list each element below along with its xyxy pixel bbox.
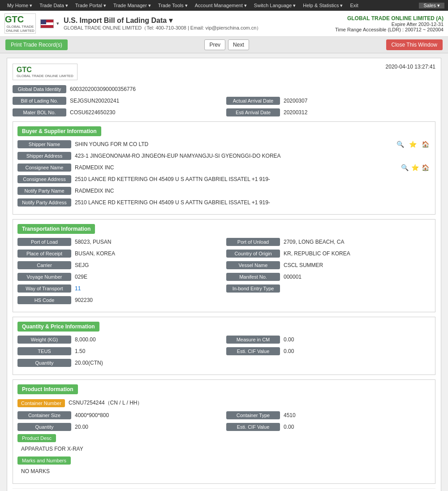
port-of-load-field: Port of Load 58023, PUSAN (17, 237, 222, 246)
container-size-field: Container Size 4000*900*800 (17, 411, 222, 420)
shipper-search-icon[interactable]: 🔍 (395, 141, 405, 148)
product-header: Product Information (17, 384, 78, 394)
esti-cif-value: 0.00 (280, 347, 431, 356)
record-date: 2020-04-10 13:27:41 (386, 64, 435, 70)
product-section: Product Information Container Number CSN… (13, 379, 435, 484)
product-quantity-field: Quantity 20.00 (17, 422, 222, 431)
nav-trade-manager[interactable]: Trade Manager ▾ (110, 3, 155, 9)
master-bol-field: Mater BOL No. COSU6224650230 (13, 108, 222, 117)
receipt-origin-row: Place of Receipt BUSAN, KOREA Country of… (17, 249, 431, 258)
product-cif-field: Esti. CIF Value 0.00 (226, 422, 431, 431)
carrier-field: Carrier SEJG (17, 261, 222, 270)
quantity-price-section: Quantity & Price Information Weight (KG)… (13, 317, 435, 375)
shipper-star-icon[interactable]: ⭐ (408, 141, 418, 148)
quantity-price-header: Quantity & Price Information (17, 322, 99, 332)
voyage-manifest-row: Voyage Number 029E Manifest No. 000001 (17, 272, 431, 281)
nav-trade-data[interactable]: Trade Data ▾ (36, 3, 72, 9)
shipper-address-row: Shipper Address 423-1 JINGEONONAM-RO JIN… (17, 151, 431, 160)
consignee-address-row: Consignee Address 2510 LANCE RD KETTERIN… (17, 175, 431, 184)
port-of-unload-value: 2709, LONG BEACH, CA (280, 237, 431, 246)
weight-field: Weight (KG) 8,000.00 (17, 335, 222, 344)
product-cif-value: 0.00 (280, 422, 431, 431)
prev-button[interactable]: Prev (204, 39, 225, 50)
transport-inbond-row: Way of Transport 11 In-bond Entry Type (17, 284, 431, 293)
header-title-block: U.S. Import Bill of Lading Data ▾ GLOBAL… (64, 16, 261, 31)
transportation-header: Transportation Information (17, 224, 95, 234)
marks-numbers-value: NO MARKS (17, 466, 431, 476)
shipper-name-value: SHIN YOUNG FOR M CO LTD (71, 140, 393, 149)
carrier-vessel-row: Carrier SEJG Vessel Name CSCL SUMMER (17, 261, 431, 270)
global-data-identity-row: Global Data Identity 6003202003090000356… (13, 85, 435, 94)
close-window-button[interactable]: Close This Window (386, 39, 443, 50)
nav-sales[interactable]: Sales ▾ (419, 3, 444, 9)
product-desc-section: Product Desc APPARATUS FOR X-RAY (17, 434, 431, 454)
notify-party-name-label: Notify Party Name (17, 187, 71, 195)
bol-label: Bill of Lading No. (13, 97, 66, 105)
product-desc-label: Product Desc (17, 434, 56, 442)
nav-exit[interactable]: Exit (346, 3, 362, 9)
marks-numbers-section: Marks and Numbers NO MARKS (17, 457, 431, 476)
voyage-number-label: Voyage Number (17, 273, 71, 281)
in-bond-entry-label: In-bond Entry Type (226, 284, 280, 293)
company-info: GLOBAL TRADE ONLINE LIMITED（Tel: 400-710… (64, 25, 261, 31)
teus-label: TEUS (17, 347, 71, 355)
carrier-label: Carrier (17, 261, 71, 269)
consignee-name-value: RADMEDIX INC (71, 163, 400, 172)
measure-in-cm-label: Measure in CM (226, 336, 280, 344)
place-of-receipt-value: BUSAN, KOREA (71, 249, 222, 258)
manifest-no-value: 000001 (280, 272, 431, 281)
nav-trade-tools[interactable]: Trade Tools ▾ (155, 3, 191, 9)
voyage-number-value: 029E (71, 272, 222, 281)
in-bond-entry-value (280, 287, 431, 290)
consignee-name-row: Consignee Name RADMEDIX INC 🔍 ⭐ 🏠 (17, 163, 431, 172)
global-data-identity-label: Global Data Identity (13, 85, 66, 93)
hs-code-value: 902230 (71, 296, 431, 305)
nav-switch-language[interactable]: Switch Language ▾ (250, 3, 299, 9)
vessel-name-value: CSCL SUMMER (280, 261, 431, 270)
logo-sub: GLOBAL TRADE ONLINE LIMITED (5, 25, 35, 33)
voyage-number-field: Voyage Number 029E (17, 272, 222, 281)
container-number-label: Container Number (17, 399, 65, 407)
place-of-receipt-field: Place of Receipt BUSAN, KOREA (17, 249, 222, 258)
record-logo: GTC GLOBAL TRADE ONLINE LIMITED (13, 64, 78, 80)
top-toolbar: Print Trade Record(s) Prev Next Close Th… (0, 37, 448, 53)
consignee-search-icon[interactable]: 🔍 (400, 164, 410, 171)
actual-arrival-date-field: Actual Arrival Date 20200307 (226, 96, 435, 105)
global-data-identity-value: 6003202003090000356776 (66, 85, 435, 94)
container-number-value: CSNU7254244（CN / L / HH） (65, 398, 431, 408)
bol-row: Bill of Lading No. SEJGSUN20020241 Actua… (13, 96, 435, 105)
way-of-transport-field: Way of Transport 11 (17, 284, 222, 293)
header-left: GTC GLOBAL TRADE ONLINE LIMITED ▾ U.S. I… (4, 13, 261, 34)
quantity-value: 20.00(CTN) (71, 358, 431, 367)
next-button[interactable]: Next (228, 39, 249, 50)
container-number-row: Container Number CSNU7254244（CN / L / HH… (17, 398, 431, 408)
nav-my-home[interactable]: My Home ▾ (4, 3, 36, 9)
shipper-home-icon[interactable]: 🏠 (420, 141, 431, 148)
consignee-home-icon[interactable]: 🏠 (420, 164, 431, 171)
print-button[interactable]: Print Trade Record(s) (5, 39, 68, 50)
teus-value: 1.50 (71, 347, 222, 356)
record-footer: U.S. Import Bill of Lading Data 1 / 1 60… (13, 488, 435, 491)
consignee-star-icon[interactable]: ⭐ (410, 164, 420, 171)
qty-cif-row: Quantity 20.00 Esti. CIF Value 0.00 (17, 422, 431, 431)
place-of-receipt-label: Place of Receipt (17, 250, 71, 258)
buyer-supplier-header: Buyer & Supplier Information (17, 126, 101, 136)
expire-date: Expire After 2020-12-31 (335, 22, 444, 27)
consignee-address-value: 2510 LANCE RD KETTERING OH 45409 U S AAT… (71, 175, 431, 184)
container-size-type-row: Container Size 4000*900*800 Container Ty… (17, 411, 431, 420)
record-logo-sub: GLOBAL TRADE ONLINE LIMITED (17, 74, 73, 78)
weight-label: Weight (KG) (17, 336, 71, 344)
nav-account-management[interactable]: Account Management ▾ (191, 3, 250, 9)
container-type-label: Container Type (226, 411, 280, 419)
master-bol-label: Mater BOL No. (13, 108, 66, 116)
quantity-label: Quantity (17, 359, 71, 367)
nav-help-statistics[interactable]: Help & Statistics ▾ (299, 3, 346, 9)
manifest-no-field: Manifest No. 000001 (226, 272, 431, 281)
weight-value: 8,000.00 (71, 335, 222, 344)
esti-cif-label: Esti. CIF Value (226, 347, 280, 355)
quantity-row: Quantity 20.00(CTN) (17, 358, 431, 367)
hs-code-label: HS Code (17, 296, 71, 304)
way-of-transport-value: 11 (71, 284, 222, 293)
main-content: GTC GLOBAL TRADE ONLINE LIMITED 2020-04-… (0, 53, 448, 491)
nav-trade-portal[interactable]: Trade Portal ▾ (72, 3, 110, 9)
